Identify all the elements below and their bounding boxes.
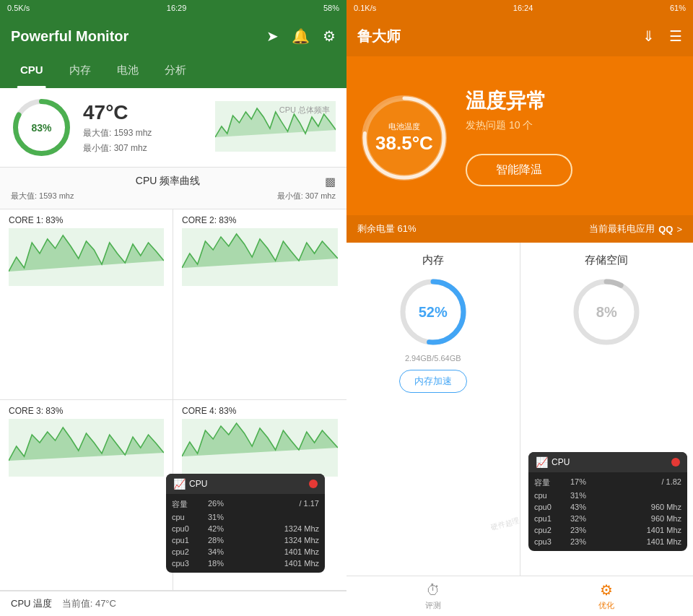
benchmark-icon: ⏱ — [426, 582, 440, 599]
right-time: 16:24 — [513, 4, 533, 12]
core-4-label: CORE 4: 83% — [182, 406, 338, 416]
storage-percent: 8% — [596, 304, 617, 321]
cpu-min-freq: 最小值: 307 mhz — [83, 142, 204, 155]
memory-percent: 52% — [419, 304, 448, 321]
battery-circle-content: 电池温度 38.5°C — [375, 121, 433, 155]
cpu-widget-right-title: 📈 CPU — [536, 456, 570, 468]
storage-circle: 8% — [570, 276, 642, 348]
cpu-overview-chart: CPU 总体频率 — [215, 101, 336, 155]
freq-curve-title: CPU 频率曲线 ▩ — [11, 175, 336, 188]
cpu-percent-circle: 83% — [11, 97, 72, 158]
cpu-temp: 47°C — [83, 101, 204, 124]
cpu-freq-curve-section: CPU 频率曲线 ▩ 最大值: 1593 mhz 最小值: 307 mhz — [0, 168, 346, 209]
cpu-temp-label: CPU 温度 — [11, 598, 52, 609]
battery-info: 温度异常 发热问题 10 个 智能降温 — [466, 89, 682, 186]
storage-section: 存储空间 8% 📈 CPU 容 — [520, 243, 694, 576]
freq-max: 最大值: 1593 mhz — [11, 191, 74, 201]
battery-status-text: 温度异常 — [466, 89, 682, 113]
right-header: 鲁大师 ⇓ ☰ — [346, 16, 693, 56]
top-app-arrow[interactable]: > — [676, 224, 682, 235]
storage-title: 存储空间 — [585, 253, 628, 267]
tab-memory[interactable]: 内存 — [56, 56, 104, 88]
menu-icon[interactable]: ☰ — [669, 27, 682, 45]
widget-row-5: cpu3 18% 1401 Mhz — [172, 558, 319, 569]
battery-section: 电池温度 38.5°C 温度异常 发热问题 10 个 智能降温 — [346, 56, 693, 215]
bottom-navigation: ⏱ 评测 ⚙ 优化 — [346, 576, 693, 616]
battery-issues: 发热问题 10 个 — [466, 119, 682, 132]
cpu-temp-current: 当前值: 47°C — [62, 598, 116, 609]
right-status-bar: 0.1K/s 16:24 61% — [346, 0, 693, 16]
freq-stats: 最大值: 1593 mhz 最小值: 307 mhz — [11, 191, 336, 201]
right-battery: 61% — [670, 4, 686, 12]
memory-circle: 52% — [397, 276, 469, 348]
app-title: Powerful Monitor — [11, 28, 128, 45]
left-time: 16:29 — [167, 4, 187, 12]
core-3-label: CORE 3: 83% — [9, 406, 164, 416]
battery-footer: 剩余电量 61% 当前最耗电应用 QQ > — [346, 215, 693, 243]
widget-right-close-button[interactable] — [671, 458, 680, 467]
cpu-widget-title: 📈 CPU — [173, 478, 207, 490]
right-widget-row-4: cpu2 23% 1401 Mhz — [534, 524, 681, 536]
cpu-widget-header: 📈 CPU — [166, 474, 325, 494]
right-speed: 0.1K/s — [354, 4, 376, 12]
memory-detail: 2.94GB/5.64GB — [405, 354, 461, 363]
core-1-label: CORE 1: 83% — [9, 215, 164, 225]
cpu-percent-text: 83% — [31, 122, 51, 134]
download-icon[interactable]: ⇓ — [642, 27, 655, 45]
left-header: Powerful Monitor ➤ 🔔 ⚙ — [0, 16, 346, 56]
widget-row-1: cpu 31% — [172, 511, 319, 523]
top-app-name: QQ — [658, 224, 673, 235]
right-widget-row-3: cpu1 32% 960 Mhz — [534, 513, 681, 524]
settings-icon[interactable]: ⚙ — [323, 27, 336, 45]
cpu-overview: 83% 47°C 最大值: 1593 mhz 最小值: 307 mhz CPU … — [0, 88, 346, 168]
tab-analysis[interactable]: 分析 — [152, 56, 199, 88]
left-speed: 0.5K/s — [7, 4, 30, 12]
tab-cpu[interactable]: CPU — [7, 56, 56, 88]
core-2: CORE 2: 83% — [173, 209, 346, 400]
widget-row-2: cpu0 42% 1324 Mhz — [172, 523, 319, 534]
core-2-label: CORE 2: 83% — [182, 215, 338, 225]
left-tabs: CPU 内存 电池 分析 — [0, 56, 346, 88]
nav-benchmark-label: 评测 — [425, 600, 441, 611]
battery-remaining: 剩余电量 61% — [357, 222, 417, 235]
freq-min: 最小值: 307 mhz — [277, 191, 336, 201]
core-3: CORE 3: 83% — [0, 400, 173, 591]
bottom-section: 内存 52% 2.94GB/5.64GB 内存加速 存储空间 8% — [346, 243, 693, 576]
widget-close-button[interactable] — [309, 480, 318, 488]
cpu-info: 47°C 最大值: 1593 mhz 最小值: 307 mhz — [83, 101, 204, 155]
cpu-widget-left: 📈 CPU 容量 26% / 1.17 cpu 31% cpu0 42% 132… — [166, 474, 325, 573]
nav-optimize-label: 优化 — [598, 600, 614, 611]
share-icon[interactable]: ➤ — [266, 27, 279, 45]
widget-row-4: cpu2 34% 1401 Mhz — [172, 546, 319, 558]
cpu-temp-section: CPU 温度 当前值: 47°C — [0, 591, 346, 616]
right-app-title: 鲁大师 — [357, 27, 401, 46]
cpu-widget-right-header: 📈 CPU — [528, 452, 687, 472]
nav-benchmark[interactable]: ⏱ 评测 — [346, 576, 520, 616]
widget-row-3: cpu1 28% 1324 Mhz — [172, 534, 319, 546]
memory-title: 内存 — [422, 253, 444, 267]
left-status-bar: 0.5K/s 16:29 58% — [0, 0, 346, 16]
right-widget-row-5: cpu3 23% 1401 Mhz — [534, 536, 681, 547]
right-widget-row-1: cpu 31% — [534, 490, 681, 501]
cool-down-button[interactable]: 智能降温 — [466, 154, 572, 186]
battery-temp-circle: 电池温度 38.5°C — [357, 91, 451, 185]
core-1: CORE 1: 83% — [0, 209, 173, 400]
nav-optimize[interactable]: ⚙ 优化 — [520, 576, 693, 616]
alert-icon[interactable]: 🔔 — [292, 27, 310, 45]
optimize-icon: ⚙ — [600, 581, 613, 599]
tab-battery[interactable]: 电池 — [104, 56, 152, 88]
cpu-widget-table: 容量 26% / 1.17 cpu 31% cpu0 42% 1324 Mhz … — [166, 494, 325, 573]
right-widget-row-2: cpu0 43% 960 Mhz — [534, 501, 681, 513]
cpu-max-freq: 最大值: 1593 mhz — [83, 127, 204, 139]
cpu-widget-right-table: 容量 17% / 1.82 cpu 31% cpu0 43% 960 Mhz — [528, 472, 687, 551]
top-app-info: 当前最耗电应用 QQ > — [589, 222, 682, 235]
widget-row-0: 容量 26% / 1.17 — [172, 498, 319, 511]
memory-boost-button[interactable]: 内存加速 — [399, 370, 467, 393]
top-app-label: 当前最耗电应用 — [589, 222, 655, 235]
cpu-chart-label: CPU 总体频率 — [279, 105, 330, 116]
cpu-widget-right: 📈 CPU 容量 17% / 1.82 cpu 31% — [528, 452, 687, 551]
right-widget-row-0: 容量 17% / 1.82 — [534, 476, 681, 490]
left-battery: 58% — [323, 4, 339, 12]
